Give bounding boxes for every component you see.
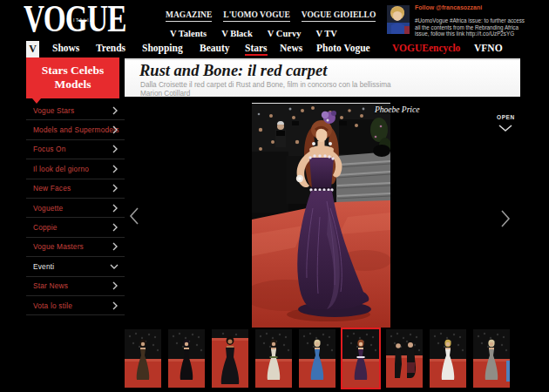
nav-item-vogueencyclo[interactable]: VOGUEencyclo: [392, 43, 460, 53]
top-menu-v-talents[interactable]: V Talents: [170, 29, 207, 38]
sidebar-item-star-news[interactable]: Star News: [26, 277, 125, 296]
chevron-left-icon: [128, 206, 140, 226]
chevron-right-icon: [499, 209, 512, 228]
sidebar-menu: Vogue Stars Models and Supermodels Focus…: [26, 101, 125, 315]
sidebar-item-label: Focus On: [26, 145, 66, 153]
next-photo-arrow[interactable]: [499, 209, 512, 232]
sidebar-item-vogue-stars[interactable]: Vogue Stars: [26, 101, 125, 120]
chevron-right-icon: [112, 184, 119, 193]
chevron-right-icon: [112, 106, 119, 115]
sidebar-item-label: New Faces: [26, 184, 71, 193]
main-photo-illustration: [252, 104, 390, 328]
chevron-right-icon: [112, 242, 119, 251]
thumbnail-white-column-gown[interactable]: [430, 329, 466, 388]
page: VOGUE ITALIA MAGAZINEL'UOMO VOGUEVOGUE G…: [0, 0, 549, 392]
chevron-right-icon: [112, 125, 119, 134]
chevron-right-icon: [112, 145, 119, 153]
thumbnail-silver-sequin-gown[interactable]: [473, 329, 510, 388]
twitter-avatar[interactable]: [387, 5, 410, 34]
sidebar-item-focus-on[interactable]: Focus On: [26, 140, 125, 159]
sidebar-item-label: Models and Supermodels: [26, 125, 119, 134]
top-menu-v-curvy[interactable]: V Curvy: [268, 29, 302, 38]
top-menu-row1: MAGAZINEL'UOMO VOGUEVOGUE GIOIELLO: [166, 5, 387, 22]
sidebar-item-new-faces[interactable]: New Faces: [26, 179, 125, 199]
nav-item-stars[interactable]: Stars: [245, 43, 268, 56]
page-subtitle: Dalla Croisette il red carpet di Rust an…: [140, 81, 406, 98]
sidebar-item-label: Eventi: [26, 262, 54, 271]
thumbnail-brown-sheer-gown[interactable]: [125, 329, 161, 388]
top-menu-v-black[interactable]: V Black: [221, 29, 253, 38]
sidebar-item-label: Il look del giorno: [26, 165, 89, 173]
nav-v-button[interactable]: V: [26, 41, 39, 57]
sidebar-item-eventi[interactable]: Eventi: [26, 257, 125, 276]
chevron-down-icon: [498, 124, 513, 132]
thumbnail-black-strapless-closeup[interactable]: [212, 329, 248, 388]
thumbnail-strip: [125, 329, 510, 388]
top-menu-row2: V TalentsV BlackV CurvyV TV: [170, 24, 352, 40]
chevron-right-icon: [112, 165, 119, 173]
nav-item-shopping[interactable]: Shopping: [142, 43, 183, 53]
sidebar-item-label: Vota lo stile: [26, 301, 72, 310]
nav-item-photo-vogue[interactable]: Photo Vogue: [316, 43, 370, 53]
open-label: OPEN: [497, 114, 515, 120]
nav-item-beauty[interactable]: Beauty: [200, 43, 230, 53]
top-menu-magazine[interactable]: MAGAZINE: [166, 10, 212, 22]
sidebar-item-label: Vogue Masters: [26, 242, 84, 251]
chevron-right-icon: [112, 204, 119, 213]
sidebar-item-coppie[interactable]: Coppie: [26, 218, 125, 237]
thumbnail-purple-gown-phoebe-price[interactable]: [341, 328, 381, 389]
thumbnail-black-halter-gown[interactable]: [168, 329, 205, 388]
thumbnail-black-duo[interactable]: [386, 329, 423, 388]
chevron-right-icon: [112, 281, 119, 290]
page-title: Rust and Bone: il red carpet: [139, 62, 520, 80]
nav-item-news[interactable]: News: [280, 43, 302, 53]
chevron-right-icon: [112, 301, 119, 310]
top-menu-v-tv[interactable]: V TV: [315, 29, 336, 38]
tweet-text: #UomoVogue #Africa issue: to further acc…: [415, 17, 530, 37]
sidebar-item-vogue-masters[interactable]: Vogue Masters: [26, 238, 125, 257]
section-header-stars-celebs-models: Stars Celebs Models: [26, 57, 119, 98]
nav-item-vfno[interactable]: VFNO: [474, 43, 503, 53]
sidebar-item-vota-lo-stile[interactable]: Vota lo stile: [26, 296, 125, 315]
top-menu-vogue-gioiello[interactable]: VOGUE GIOIELLO: [302, 10, 376, 22]
twitter-follow-link[interactable]: Follow @francasozzani: [415, 4, 482, 10]
nav-item-trends[interactable]: Trends: [96, 43, 125, 53]
sidebar-item-models-and-supermodels[interactable]: Models and Supermodels: [26, 120, 125, 139]
sidebar-item-label: Star News: [26, 281, 68, 290]
thumbnail-blue-gown[interactable]: [299, 329, 336, 388]
main-photo[interactable]: [252, 103, 390, 328]
sidebar-item-label: Vogue Stars: [26, 106, 74, 115]
vogue-logo-sub: ITALIA: [73, 17, 94, 23]
sidebar-item-voguette[interactable]: Voguette: [26, 199, 125, 218]
article-header: Rust and Bone: il red carpet Dalla Crois…: [125, 58, 520, 97]
thumbnail-white-one-shoulder-gown[interactable]: [255, 329, 292, 388]
chevron-down-icon: [110, 263, 119, 270]
sidebar-item-il-look-del-giorno[interactable]: Il look del giorno: [26, 159, 125, 179]
nav-item-shows[interactable]: Shows: [52, 43, 79, 53]
top-menu-l-uomo-vogue[interactable]: L'UOMO VOGUE: [223, 10, 289, 22]
sidebar-item-label: Coppie: [26, 223, 58, 232]
chevron-right-icon: [112, 223, 119, 232]
open-button[interactable]: OPEN: [497, 114, 515, 136]
prev-photo-arrow[interactable]: [128, 206, 140, 229]
sidebar-item-label: Voguette: [26, 204, 63, 213]
photo-caption: Phoebe Price: [375, 105, 419, 114]
